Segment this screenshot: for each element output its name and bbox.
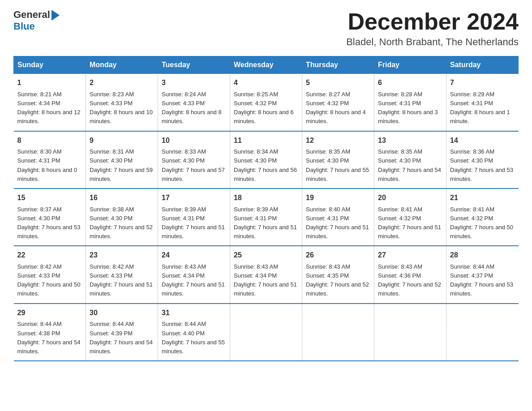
calendar-cell: 15Sunrise: 8:37 AMSunset: 4:30 PMDayligh… — [14, 188, 86, 246]
calendar-cell: 20Sunrise: 8:41 AMSunset: 4:32 PMDayligh… — [374, 188, 446, 246]
header-friday: Friday — [374, 56, 446, 74]
day-info: Sunrise: 8:39 AMSunset: 4:31 PMDaylight:… — [234, 206, 297, 240]
day-number: 9 — [90, 135, 154, 146]
calendar-cell: 1Sunrise: 8:21 AMSunset: 4:34 PMDaylight… — [14, 74, 86, 131]
calendar-cell: 23Sunrise: 8:42 AMSunset: 4:33 PMDayligh… — [86, 246, 158, 303]
day-info: Sunrise: 8:41 AMSunset: 4:32 PMDaylight:… — [450, 206, 513, 240]
day-number: 4 — [234, 77, 298, 89]
calendar-cell: 17Sunrise: 8:39 AMSunset: 4:31 PMDayligh… — [158, 188, 230, 246]
day-info: Sunrise: 8:41 AMSunset: 4:32 PMDaylight:… — [378, 206, 441, 240]
calendar-cell: 24Sunrise: 8:43 AMSunset: 4:34 PMDayligh… — [158, 246, 230, 303]
day-info: Sunrise: 8:29 AMSunset: 4:31 PMDaylight:… — [450, 91, 510, 124]
day-number: 31 — [162, 308, 226, 319]
calendar-cell: 30Sunrise: 8:44 AMSunset: 4:39 PMDayligh… — [86, 304, 158, 361]
logo-blue-text: Blue — [13, 21, 35, 32]
day-info: Sunrise: 8:27 AMSunset: 4:32 PMDaylight:… — [306, 91, 366, 124]
day-info: Sunrise: 8:35 AMSunset: 4:30 PMDaylight:… — [378, 148, 441, 182]
calendar-cell: 22Sunrise: 8:42 AMSunset: 4:33 PMDayligh… — [14, 246, 86, 303]
header-monday: Monday — [86, 56, 158, 74]
day-info: Sunrise: 8:33 AMSunset: 4:30 PMDaylight:… — [162, 148, 225, 182]
day-info: Sunrise: 8:44 AMSunset: 4:37 PMDaylight:… — [450, 263, 513, 297]
day-info: Sunrise: 8:42 AMSunset: 4:33 PMDaylight:… — [17, 263, 81, 297]
month-title: December 2024 — [346, 9, 519, 34]
day-info: Sunrise: 8:43 AMSunset: 4:36 PMDaylight:… — [378, 263, 441, 297]
day-number: 25 — [234, 250, 298, 261]
day-number: 5 — [306, 77, 370, 89]
calendar-cell: 26Sunrise: 8:43 AMSunset: 4:35 PMDayligh… — [302, 246, 374, 303]
calendar-cell: 7Sunrise: 8:29 AMSunset: 4:31 PMDaylight… — [446, 74, 519, 131]
calendar-cell: 14Sunrise: 8:36 AMSunset: 4:30 PMDayligh… — [446, 131, 519, 188]
calendar-cell: 31Sunrise: 8:44 AMSunset: 4:40 PMDayligh… — [158, 304, 230, 361]
calendar-cell: 25Sunrise: 8:43 AMSunset: 4:34 PMDayligh… — [230, 246, 302, 303]
day-info: Sunrise: 8:39 AMSunset: 4:31 PMDaylight:… — [162, 206, 225, 240]
day-info: Sunrise: 8:43 AMSunset: 4:34 PMDaylight:… — [162, 263, 225, 297]
calendar-cell: 13Sunrise: 8:35 AMSunset: 4:30 PMDayligh… — [374, 131, 446, 188]
day-info: Sunrise: 8:25 AMSunset: 4:32 PMDaylight:… — [234, 91, 294, 124]
logo: General Blue — [13, 9, 60, 32]
calendar-cell — [302, 304, 374, 361]
title-area: December 2024 Bladel, North Brabant, The… — [346, 9, 519, 48]
header-sunday: Sunday — [14, 56, 86, 74]
calendar-cell: 4Sunrise: 8:25 AMSunset: 4:32 PMDaylight… — [230, 74, 302, 131]
calendar-header-row: SundayMondayTuesdayWednesdayThursdayFrid… — [14, 56, 519, 74]
day-number: 6 — [378, 77, 442, 89]
calendar-cell: 27Sunrise: 8:43 AMSunset: 4:36 PMDayligh… — [374, 246, 446, 303]
day-info: Sunrise: 8:44 AMSunset: 4:39 PMDaylight:… — [90, 321, 153, 354]
day-number: 21 — [450, 193, 515, 204]
day-info: Sunrise: 8:23 AMSunset: 4:33 PMDaylight:… — [90, 91, 153, 124]
day-info: Sunrise: 8:28 AMSunset: 4:31 PMDaylight:… — [378, 91, 438, 124]
calendar-cell: 11Sunrise: 8:34 AMSunset: 4:30 PMDayligh… — [230, 131, 302, 188]
day-info: Sunrise: 8:34 AMSunset: 4:30 PMDaylight:… — [234, 148, 297, 182]
day-number: 26 — [306, 250, 370, 261]
calendar-week-row: 29Sunrise: 8:44 AMSunset: 4:38 PMDayligh… — [14, 304, 519, 361]
day-number: 23 — [90, 250, 154, 261]
day-number: 12 — [306, 135, 370, 146]
day-info: Sunrise: 8:37 AMSunset: 4:30 PMDaylight:… — [17, 206, 81, 240]
day-info: Sunrise: 8:44 AMSunset: 4:38 PMDaylight:… — [17, 321, 81, 354]
day-number: 8 — [17, 135, 82, 146]
day-number: 1 — [17, 77, 82, 89]
calendar-week-row: 1Sunrise: 8:21 AMSunset: 4:34 PMDaylight… — [14, 74, 519, 131]
calendar-week-row: 15Sunrise: 8:37 AMSunset: 4:30 PMDayligh… — [14, 188, 519, 246]
calendar-cell: 19Sunrise: 8:40 AMSunset: 4:31 PMDayligh… — [302, 188, 374, 246]
header-tuesday: Tuesday — [158, 56, 230, 74]
day-number: 27 — [378, 250, 442, 261]
calendar-cell: 29Sunrise: 8:44 AMSunset: 4:38 PMDayligh… — [14, 304, 86, 361]
day-number: 18 — [234, 193, 298, 204]
calendar-cell: 16Sunrise: 8:38 AMSunset: 4:30 PMDayligh… — [86, 188, 158, 246]
day-number: 22 — [17, 250, 82, 261]
logo-arrow-icon — [51, 10, 60, 21]
calendar-cell: 3Sunrise: 8:24 AMSunset: 4:33 PMDaylight… — [158, 74, 230, 131]
day-info: Sunrise: 8:30 AMSunset: 4:31 PMDaylight:… — [17, 148, 77, 182]
calendar-week-row: 22Sunrise: 8:42 AMSunset: 4:33 PMDayligh… — [14, 246, 519, 303]
day-info: Sunrise: 8:42 AMSunset: 4:33 PMDaylight:… — [90, 263, 153, 297]
header-thursday: Thursday — [302, 56, 374, 74]
day-number: 13 — [378, 135, 442, 146]
day-info: Sunrise: 8:36 AMSunset: 4:30 PMDaylight:… — [450, 148, 513, 182]
header-saturday: Saturday — [446, 56, 519, 74]
calendar-cell — [230, 304, 302, 361]
day-number: 19 — [306, 193, 370, 204]
logo-general-text: General — [13, 9, 50, 20]
day-info: Sunrise: 8:40 AMSunset: 4:31 PMDaylight:… — [306, 206, 369, 240]
calendar-cell: 12Sunrise: 8:35 AMSunset: 4:30 PMDayligh… — [302, 131, 374, 188]
day-number: 7 — [450, 77, 515, 89]
day-number: 24 — [162, 250, 226, 261]
calendar-cell: 18Sunrise: 8:39 AMSunset: 4:31 PMDayligh… — [230, 188, 302, 246]
day-number: 17 — [162, 193, 226, 204]
calendar-cell: 10Sunrise: 8:33 AMSunset: 4:30 PMDayligh… — [158, 131, 230, 188]
day-info: Sunrise: 8:38 AMSunset: 4:30 PMDaylight:… — [90, 206, 153, 240]
day-info: Sunrise: 8:21 AMSunset: 4:34 PMDaylight:… — [17, 91, 81, 124]
day-info: Sunrise: 8:44 AMSunset: 4:40 PMDaylight:… — [162, 321, 225, 354]
day-number: 28 — [450, 250, 515, 261]
location-title: Bladel, North Brabant, The Netherlands — [346, 36, 519, 48]
calendar-week-row: 8Sunrise: 8:30 AMSunset: 4:31 PMDaylight… — [14, 131, 519, 188]
calendar-cell: 28Sunrise: 8:44 AMSunset: 4:37 PMDayligh… — [446, 246, 519, 303]
calendar-cell — [374, 304, 446, 361]
calendar-cell: 9Sunrise: 8:31 AMSunset: 4:30 PMDaylight… — [86, 131, 158, 188]
calendar-cell — [446, 304, 519, 361]
day-number: 2 — [90, 77, 154, 89]
day-number: 15 — [17, 193, 82, 204]
calendar-table: SundayMondayTuesdayWednesdayThursdayFrid… — [13, 56, 519, 361]
day-info: Sunrise: 8:31 AMSunset: 4:30 PMDaylight:… — [90, 148, 153, 182]
